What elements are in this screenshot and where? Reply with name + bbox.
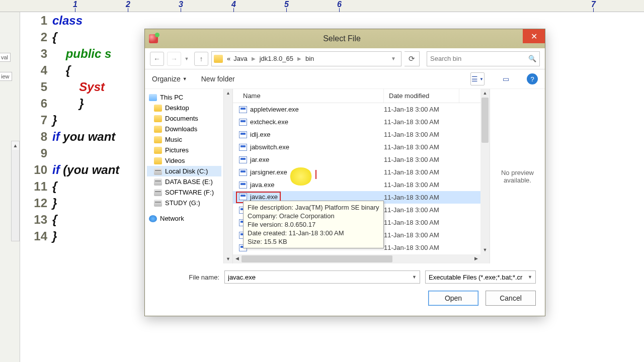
- code-line[interactable]: }: [52, 228, 119, 244]
- column-date-modified[interactable]: Date modified: [384, 89, 459, 103]
- chevron-down-icon[interactable]: ▼: [412, 275, 417, 280]
- code-line[interactable]: [52, 145, 119, 161]
- dialog-body: This PCDesktopDocumentsDownloadsMusicPic…: [145, 88, 545, 263]
- forward-button[interactable]: →: [167, 52, 181, 66]
- scroll-up-icon[interactable]: ▲: [480, 89, 490, 98]
- scroll-down-icon[interactable]: ▼: [224, 255, 232, 263]
- code-line[interactable]: }: [52, 95, 119, 112]
- disk-icon: [154, 168, 162, 175]
- line-number: 3: [23, 45, 50, 62]
- code-line[interactable]: class: [52, 12, 119, 29]
- folder-icon: [154, 147, 162, 154]
- help-button[interactable]: ?: [527, 73, 538, 84]
- line-number: 1: [23, 12, 50, 29]
- breadcrumb-prefix[interactable]: «: [226, 54, 231, 63]
- file-row[interactable]: extcheck.exe11-Jan-18 3:00 AM: [233, 116, 480, 128]
- tree-node[interactable]: DATA BASE (E:): [147, 176, 221, 187]
- preview-pane-button[interactable]: ▭: [499, 72, 513, 85]
- tree-node[interactable]: This PC: [147, 92, 221, 103]
- code-line[interactable]: if (you want: [52, 161, 119, 178]
- back-button[interactable]: ←: [150, 52, 164, 66]
- filename-combo[interactable]: ▼: [224, 270, 420, 284]
- nav-tree[interactable]: This PCDesktopDocumentsDownloadsMusicPic…: [145, 89, 224, 263]
- tree-node[interactable]: Local Disk (C:): [147, 166, 221, 176]
- file-row[interactable]: appletviewer.exe11-Jan-18 3:00 AM: [233, 103, 480, 116]
- file-row[interactable]: jabswitch.exe11-Jan-18 3:00 AM: [233, 141, 480, 153]
- side-tab-1[interactable]: val: [0, 53, 11, 62]
- code-line[interactable]: {: [52, 178, 119, 195]
- view-mode-button[interactable]: ☰▼: [470, 72, 485, 85]
- breadcrumb-dropdown-icon[interactable]: ▼: [388, 56, 399, 61]
- ruler-tick: 1: [73, 0, 77, 9]
- tree-label: Videos: [165, 157, 185, 164]
- file-row[interactable]: idlj.exe11-Jan-18 3:00 AM: [233, 128, 480, 141]
- select-file-dialog: Select File ✕ ← → ▼ ↑ « Java ▶ jdk1.8.0_…: [144, 29, 545, 316]
- scroll-up-icon[interactable]: ▲: [224, 89, 232, 98]
- chevron-down-icon[interactable]: ▼: [528, 275, 532, 280]
- code-line[interactable]: {: [52, 62, 119, 78]
- side-tab-2[interactable]: iew: [0, 72, 12, 81]
- refresh-button[interactable]: ⟳: [405, 51, 420, 66]
- close-button[interactable]: ✕: [523, 29, 545, 43]
- filename-input[interactable]: [228, 274, 412, 281]
- tree-node[interactable]: SOFTWARE (F:): [147, 187, 221, 198]
- scrollbar-thumb[interactable]: [242, 255, 392, 262]
- exe-icon: [239, 106, 247, 113]
- breadcrumb-seg[interactable]: Java: [232, 54, 248, 63]
- code-line[interactable]: }: [52, 195, 119, 211]
- tree-label: Music: [165, 136, 182, 143]
- cancel-button[interactable]: Cancel: [486, 291, 536, 306]
- code-line[interactable]: public s: [52, 45, 119, 62]
- code-line[interactable]: Syst: [52, 78, 119, 95]
- file-row[interactable]: jarsigner.exe11-Jan-18 3:00 AM: [233, 166, 480, 178]
- breadcrumb-bar[interactable]: « Java ▶ jdk1.8.0_65 ▶ bin ▼: [211, 51, 401, 66]
- breadcrumb-seg[interactable]: jdk1.8.0_65: [259, 54, 294, 63]
- file-type-filter[interactable]: Executable Files (*.exe;*.bat;*.cr ▼: [425, 270, 536, 284]
- scrollbar-thumb[interactable]: [481, 98, 489, 143]
- search-icon[interactable]: 🔍: [528, 55, 536, 62]
- net-icon: [149, 215, 157, 222]
- file-date: 11-Jan-18 3:00 AM: [384, 219, 459, 226]
- tree-label: Network: [160, 215, 184, 222]
- column-headers[interactable]: Name Date modified: [233, 89, 480, 103]
- open-button[interactable]: Open: [428, 291, 478, 306]
- scroll-left-icon[interactable]: ◀: [233, 254, 242, 263]
- tree-scrollbar[interactable]: ▲ ▼: [224, 89, 233, 263]
- history-dropdown-icon[interactable]: ▼: [184, 56, 189, 61]
- tree-node[interactable]: Music: [147, 134, 221, 145]
- tree-node[interactable]: STUDY (G:): [147, 198, 221, 208]
- code-line[interactable]: {: [52, 29, 119, 45]
- file-list[interactable]: appletviewer.exe11-Jan-18 3:00 AMextchec…: [233, 103, 480, 254]
- new-folder-button[interactable]: New folder: [201, 75, 235, 83]
- dialog-titlebar[interactable]: Select File ✕: [145, 29, 545, 48]
- breadcrumb-seg[interactable]: bin: [304, 54, 315, 63]
- scroll-down-icon[interactable]: ▼: [480, 246, 490, 254]
- tree-node[interactable]: Network: [147, 213, 221, 224]
- file-name: java.exe: [250, 181, 274, 189]
- tree-node[interactable]: Documents: [147, 113, 221, 124]
- file-row[interactable]: jar.exe11-Jan-18 3:00 AM: [233, 153, 480, 166]
- file-list-vscrollbar[interactable]: ▲ ▼: [480, 89, 490, 263]
- folder-icon: [154, 115, 162, 122]
- scroll-up-icon[interactable]: ▲: [12, 141, 19, 150]
- search-box[interactable]: 🔍: [427, 51, 540, 66]
- ruler-tick: 5: [284, 0, 289, 9]
- file-list-hscrollbar[interactable]: ◀ ▶: [233, 254, 480, 263]
- tree-node[interactable]: Videos: [147, 155, 221, 166]
- code-line[interactable]: {: [52, 211, 119, 228]
- ruler-tick: 2: [126, 0, 130, 9]
- column-name[interactable]: Name: [233, 89, 384, 103]
- search-input[interactable]: [430, 55, 528, 62]
- tree-label: This PC: [160, 94, 183, 101]
- up-button[interactable]: ↑: [194, 52, 208, 66]
- code-line[interactable]: if you want: [52, 128, 119, 145]
- scroll-right-icon[interactable]: ▶: [472, 254, 480, 263]
- tree-node[interactable]: Desktop: [147, 103, 221, 113]
- file-row[interactable]: java.exe11-Jan-18 3:00 AM: [233, 178, 480, 191]
- code-area[interactable]: class{ public s { Syst }}if you want if …: [52, 12, 119, 362]
- code-line[interactable]: }: [52, 112, 119, 128]
- tree-node[interactable]: Pictures: [147, 145, 221, 155]
- tree-node[interactable]: Downloads: [147, 124, 221, 134]
- side-scrollbar[interactable]: ▲: [11, 141, 20, 241]
- organize-menu[interactable]: Organize▼: [152, 75, 187, 83]
